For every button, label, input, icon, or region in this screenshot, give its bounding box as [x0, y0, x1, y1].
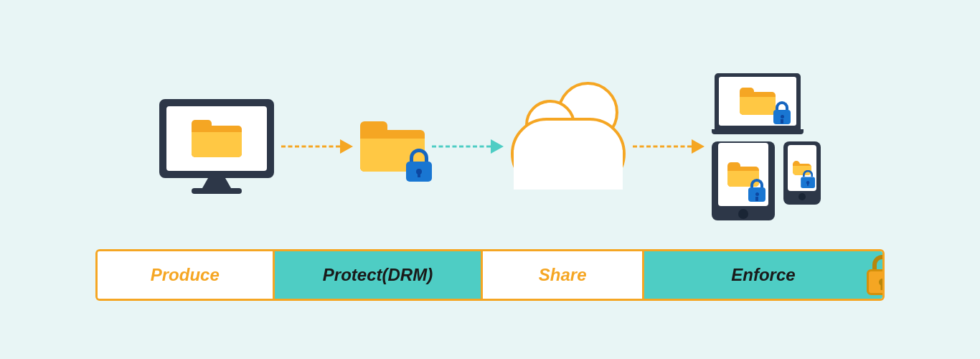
monitor-icon — [159, 99, 274, 178]
padlock-on-folder — [406, 149, 432, 182]
tablet-home-button — [738, 209, 748, 219]
bar-segment-produce: Produce — [98, 251, 275, 299]
laptop-screen — [715, 73, 801, 129]
tablet-icon — [712, 141, 775, 220]
folder-lock-icon — [360, 121, 425, 172]
bar-segment-share: Share — [483, 251, 644, 299]
padlock-icon — [406, 149, 432, 182]
devices-group — [712, 73, 821, 220]
monitor-wrap — [159, 99, 274, 194]
phone-screen — [788, 145, 816, 191]
bar-padlock-icon — [867, 255, 885, 295]
padlock-icon — [748, 179, 765, 202]
laptop-screen-inner — [719, 77, 796, 126]
laptop-icon — [712, 73, 804, 134]
padlock-on-phone — [789, 155, 815, 188]
padlock-on-laptop — [773, 100, 791, 124]
bar-segment-enforce: Enforce — [644, 251, 882, 299]
monitor-stand — [202, 178, 231, 188]
bar-segment-protect: Protect(DRM) — [275, 251, 484, 299]
phone-home-button — [798, 193, 806, 200]
monitor-base — [192, 188, 242, 194]
cloud-icon — [511, 103, 626, 190]
produce-label: Produce — [151, 265, 220, 285]
monitor-screen — [166, 106, 267, 171]
illustration-row — [60, 59, 920, 242]
share-label: Share — [539, 265, 587, 285]
folder-in-monitor — [192, 120, 242, 157]
laptop-base — [712, 129, 804, 134]
padlock-icon — [773, 101, 791, 124]
enforce-label: Enforce — [731, 265, 795, 285]
workflow-bar: Produce Protect(DRM) Share Enforce — [95, 249, 885, 301]
padlock-on-tablet — [748, 177, 765, 202]
padlock-icon — [801, 170, 815, 188]
main-container: Produce Protect(DRM) Share Enforce — [60, 59, 920, 301]
folder-in-laptop — [740, 88, 776, 115]
protect-label: Protect(DRM) — [323, 265, 433, 285]
phone-icon — [783, 141, 821, 205]
tablet-phone-row — [712, 141, 821, 220]
tablet-screen — [718, 143, 768, 206]
